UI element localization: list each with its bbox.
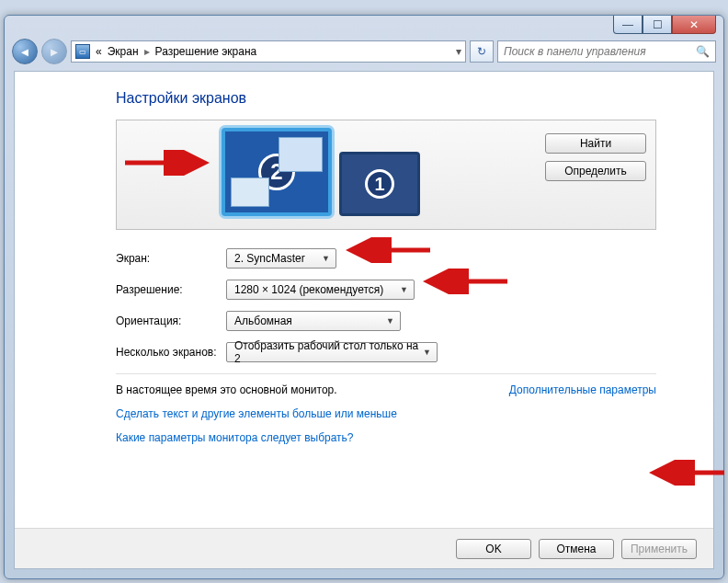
close-button[interactable]: ✕ xyxy=(672,16,716,34)
titlebar-buttons: — ☐ ✕ xyxy=(613,16,716,34)
monitor-preview-area: 2 1 Найти Определить xyxy=(116,120,656,230)
address-dropdown-icon[interactable]: ▾ xyxy=(456,45,461,58)
content-pane: Настройки экранов 2 1 Найти Определить xyxy=(14,71,714,569)
chevron-down-icon: ▼ xyxy=(386,316,394,326)
monitor-1-label: 1 xyxy=(365,169,394,199)
screen-label: Экран: xyxy=(116,252,226,265)
screen-value: 2. SyncMaster xyxy=(234,252,305,265)
monitor-1[interactable]: 1 xyxy=(339,152,420,216)
monitor-2[interactable]: 2 xyxy=(222,128,332,216)
navigation-bar: ◄ ► ▭ « Экран ▸ Разрешение экрана ▾ ↻ 🔍 xyxy=(12,38,716,65)
monitor-2-label: 2 xyxy=(258,154,295,190)
screen-dropdown[interactable]: 2. SyncMaster ▼ xyxy=(226,248,336,269)
address-bar[interactable]: ▭ « Экран ▸ Разрешение экрана ▾ xyxy=(71,40,466,63)
resolution-label: Разрешение: xyxy=(116,283,226,296)
forward-button[interactable]: ► xyxy=(41,39,67,64)
identify-button[interactable]: Определить xyxy=(545,161,646,181)
orientation-dropdown[interactable]: Альбомная ▼ xyxy=(226,311,401,331)
resolution-value: 1280 × 1024 (рекомендуется) xyxy=(234,283,383,296)
multi-dropdown[interactable]: Отобразить рабочий стол только на 2 ▼ xyxy=(226,342,438,362)
cancel-button[interactable]: Отмена xyxy=(539,539,614,559)
text-size-link[interactable]: Сделать текст и другие элементы больше и… xyxy=(116,407,713,420)
window-frame: — ☐ ✕ ◄ ► ▭ « Экран ▸ Разрешение экрана … xyxy=(4,15,724,579)
maximize-button[interactable]: ☐ xyxy=(643,16,672,34)
advanced-settings-link[interactable]: Дополнительные параметры xyxy=(509,383,656,396)
apply-button[interactable]: Применить xyxy=(621,539,697,559)
orientation-label: Ориентация: xyxy=(116,314,226,327)
search-box[interactable]: 🔍 xyxy=(497,40,716,63)
breadcrumb-separator-icon: ▸ xyxy=(144,45,150,58)
find-button[interactable]: Найти xyxy=(545,133,646,154)
resolution-dropdown[interactable]: 1280 × 1024 (рекомендуется) ▼ xyxy=(226,280,415,300)
back-button[interactable]: ◄ xyxy=(12,39,38,64)
chevron-down-icon: ▼ xyxy=(400,285,408,294)
chevron-down-icon: ▼ xyxy=(423,348,431,357)
primary-monitor-note: В настоящее время это основной монитор. xyxy=(116,383,337,396)
refresh-button[interactable]: ↻ xyxy=(470,40,494,63)
orientation-value: Альбомная xyxy=(234,314,292,327)
multi-value: Отобразить рабочий стол только на 2 xyxy=(234,339,423,365)
breadcrumb-prefix: « xyxy=(96,45,102,58)
multi-label: Несколько экранов: xyxy=(116,346,226,359)
breadcrumb-item-screen[interactable]: Экран xyxy=(108,45,139,58)
search-input[interactable] xyxy=(504,45,696,58)
monitor-help-link[interactable]: Какие параметры монитора следует выбрать… xyxy=(116,431,713,444)
chevron-down-icon: ▼ xyxy=(322,254,330,263)
page-title: Настройки экранов xyxy=(116,90,713,107)
ok-button[interactable]: OK xyxy=(456,539,531,559)
breadcrumb-item-resolution[interactable]: Разрешение экрана xyxy=(155,45,257,58)
dialog-footer: OK Отмена Применить xyxy=(15,528,713,568)
minimize-button[interactable]: — xyxy=(613,16,643,34)
search-icon[interactable]: 🔍 xyxy=(696,45,710,58)
control-panel-icon: ▭ xyxy=(75,44,90,59)
